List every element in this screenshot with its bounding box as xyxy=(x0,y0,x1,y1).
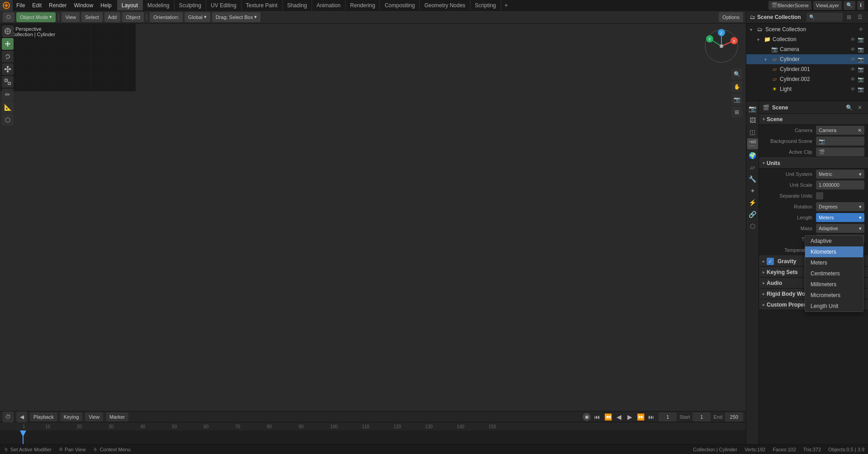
cyl001-vis-render[interactable]: 📷 xyxy=(857,66,864,73)
play-reverse-button[interactable]: ◀ xyxy=(614,412,623,421)
annotate-tool[interactable]: ✏ xyxy=(2,89,14,100)
outliner-filter[interactable]: ⊞ xyxy=(844,13,854,22)
modifier-properties-icon[interactable]: 🔧 xyxy=(747,174,758,184)
info-button[interactable]: ℹ xyxy=(857,1,864,10)
record-button[interactable]: ⏺ xyxy=(583,413,591,421)
gravity-checkbox[interactable]: ✓ xyxy=(767,258,774,265)
render-properties-icon[interactable]: 📷 xyxy=(747,103,758,114)
move-tool[interactable] xyxy=(2,38,14,50)
step-forward-button[interactable]: ⏩ xyxy=(636,412,645,421)
current-frame-input[interactable]: 1 xyxy=(659,412,677,421)
camera-clear-icon[interactable]: ✕ xyxy=(858,128,862,133)
col-vis-eye[interactable]: 👁 xyxy=(849,36,856,43)
view-menu-btn[interactable]: View xyxy=(62,12,80,22)
tab-layout[interactable]: Layout xyxy=(117,0,143,10)
object-properties-icon[interactable]: ▱ xyxy=(747,162,758,173)
mass-value[interactable]: Adaptive xyxy=(816,224,864,233)
cursor-tool[interactable] xyxy=(2,25,14,37)
search-button[interactable]: 🔍 xyxy=(844,1,855,10)
cyl-vis-render[interactable]: 📷 xyxy=(857,56,864,63)
scene-properties-icon[interactable]: 🎬 xyxy=(747,138,758,149)
constraints-properties-icon[interactable]: 🔗 xyxy=(747,209,758,220)
tab-texture-paint[interactable]: Texture Paint xyxy=(242,0,283,10)
physics-properties-icon[interactable]: ⚡ xyxy=(747,197,758,208)
marker-menu[interactable]: Marker xyxy=(106,412,128,421)
world-properties-icon[interactable]: 🌍 xyxy=(747,150,758,161)
measure-tool[interactable]: 📐 xyxy=(2,101,14,113)
outliner-scene-collection[interactable]: ▾ 🗂 Scene Collection 👁 xyxy=(746,24,868,34)
cyl002-vis-eye[interactable]: 👁 xyxy=(849,76,856,83)
outliner-light[interactable]: ☀ Light 👁 📷 xyxy=(746,84,868,94)
scale-tool[interactable] xyxy=(2,63,14,75)
object-menu-btn[interactable]: Object xyxy=(122,12,144,22)
tab-geometry-nodes[interactable]: Geometry Nodes xyxy=(420,0,470,10)
data-properties-icon[interactable]: ⬡ xyxy=(747,221,758,232)
tab-uv-editing[interactable]: UV Editing xyxy=(206,0,242,10)
select-menu-btn[interactable]: Select xyxy=(81,12,103,22)
dd-adaptive[interactable]: Adaptive xyxy=(805,236,863,246)
light-vis-render[interactable]: 📷 xyxy=(857,85,864,93)
camera-prop-value[interactable]: Camera ✕ xyxy=(816,126,864,135)
zoom-in-icon[interactable]: 🔍 xyxy=(731,69,742,80)
grid-icon[interactable]: ⊞ xyxy=(731,107,742,118)
scene-search-icon[interactable]: 🔍 xyxy=(844,103,854,112)
outliner-options[interactable]: ☰ xyxy=(855,13,864,22)
tab-compositing[interactable]: Compositing xyxy=(380,0,420,10)
file-menu[interactable]: File xyxy=(13,0,28,10)
keying-menu[interactable]: Keying xyxy=(60,412,83,421)
particles-properties-icon[interactable]: ✦ xyxy=(747,185,758,196)
dd-kilometers[interactable]: Kilometers xyxy=(805,246,863,257)
tab-modeling[interactable]: Modeling xyxy=(143,0,175,10)
step-back-button[interactable]: ⏪ xyxy=(603,412,612,421)
outliner-cylinder[interactable]: ▾ ▱ Cylinder 👁 📷 xyxy=(746,54,868,64)
camera-icon[interactable]: 📷 xyxy=(731,94,742,105)
editor-type-button[interactable]: ⬡ xyxy=(3,12,14,22)
vis-eye[interactable]: 👁 xyxy=(857,26,864,33)
timeline-collapse[interactable]: ◀ xyxy=(16,411,27,422)
rotation-value[interactable]: Degrees xyxy=(816,202,864,211)
output-properties-icon[interactable]: 🖼 xyxy=(747,115,758,126)
timeline-editor-type[interactable]: ⏱ xyxy=(3,411,14,422)
tab-shading[interactable]: Shading xyxy=(283,0,312,10)
add-workspace-button[interactable]: + xyxy=(501,0,512,10)
jump-start-button[interactable]: ⏮ xyxy=(593,412,602,421)
col-vis-render[interactable]: 📷 xyxy=(857,36,864,43)
view-layer-selector[interactable]: ViewLayer xyxy=(813,1,842,10)
mode-selector[interactable]: Object Mode xyxy=(16,12,56,22)
rotate-tool[interactable] xyxy=(2,51,14,62)
units-section-header[interactable]: ▾ Units xyxy=(759,158,868,169)
cyl-vis-eye[interactable]: 👁 xyxy=(849,56,856,63)
start-frame-input[interactable]: 1 xyxy=(693,412,711,421)
scene-selector[interactable]: 🎬 Blender Scene xyxy=(768,1,811,10)
viewport-options[interactable]: Options xyxy=(719,12,743,22)
view-menu[interactable]: View xyxy=(85,412,103,421)
tab-sculpting[interactable]: Sculpting xyxy=(175,0,206,10)
hand-icon[interactable]: ✋ xyxy=(731,81,742,92)
view-layer-properties-icon[interactable]: ◫ xyxy=(747,127,758,137)
jump-end-button[interactable]: ⏭ xyxy=(647,412,656,421)
light-vis-eye[interactable]: 👁 xyxy=(849,85,856,93)
tab-rendering[interactable]: Rendering xyxy=(346,0,380,10)
dd-length-unit[interactable]: Length Unit xyxy=(805,301,863,312)
outliner-collection[interactable]: ▾ 📁 Collection 👁 📷 xyxy=(746,34,868,44)
length-value[interactable]: Meters xyxy=(816,213,864,222)
dd-micrometers[interactable]: Micrometers xyxy=(805,290,863,301)
dd-centimeters[interactable]: Centimeters xyxy=(805,268,863,279)
edit-menu[interactable]: Edit xyxy=(28,0,45,10)
3d-viewport[interactable]: User Perspective (1) Collection | Cylind… xyxy=(0,24,746,411)
orientation-selector[interactable]: Global xyxy=(185,12,210,22)
cam-vis-eye[interactable]: 👁 xyxy=(849,46,856,53)
cyl001-vis-eye[interactable]: 👁 xyxy=(849,66,856,73)
drag-selector[interactable]: Drag: Select Box xyxy=(212,12,261,22)
navigation-gizmo[interactable]: X Y Z xyxy=(703,28,740,64)
active-clip-value[interactable]: 🎬 xyxy=(816,147,864,156)
end-frame-input[interactable]: 250 xyxy=(725,412,743,421)
outliner-camera[interactable]: 📷 Camera 👁 📷 xyxy=(746,44,868,54)
tab-scripting[interactable]: Scripting xyxy=(470,0,501,10)
playback-menu[interactable]: Playback xyxy=(30,412,57,421)
transform-tool[interactable] xyxy=(2,76,14,88)
unit-scale-value[interactable]: 1.000000 xyxy=(816,180,864,189)
render-menu[interactable]: Render xyxy=(45,0,70,10)
scene-section-header[interactable]: ▾ Scene xyxy=(759,114,868,125)
dd-meters[interactable]: Meters xyxy=(805,257,863,268)
